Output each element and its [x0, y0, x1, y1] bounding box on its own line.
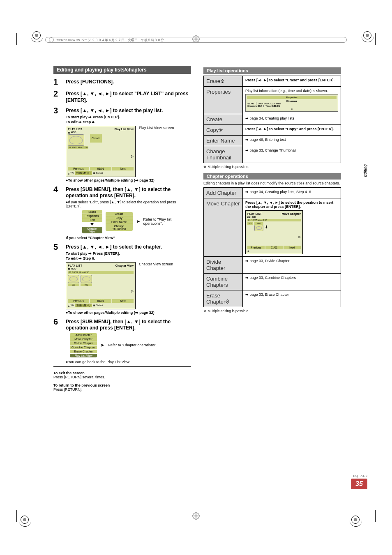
play-label: Play: [70, 171, 74, 174]
step-sub: To edit ➡ Step 4.: [66, 120, 191, 124]
hdd-label: 🖴 HDD: [68, 131, 76, 134]
step-sub: To edit ➡ Step 6.: [66, 256, 191, 260]
op-name: Copy※: [204, 125, 243, 136]
bullet-note: ●To show other pages/Multiple editing (➡…: [66, 178, 191, 182]
page-number: 35: [351, 479, 367, 489]
item-caption: 01 10/27 Mon 0:30: [247, 219, 301, 221]
select-label: Select: [96, 172, 103, 174]
step-6: 6 Press [SUB MENU], then [▲, ▼] to selec…: [53, 317, 191, 364]
hdd-label: 🖴 HDD: [247, 216, 256, 218]
menu-item: Erase: [82, 210, 102, 214]
op-name: Create: [204, 114, 243, 125]
step-note: ●You can go back to the Play List View.: [66, 360, 191, 364]
op-desc: ➡ page 33, Erase Chapter: [243, 290, 341, 307]
registration-mark: [21, 516, 29, 524]
footnote: ※ Multiple editing is possible.: [203, 165, 341, 169]
submenu-btn: SUB MENU: [75, 304, 92, 307]
screen-title: PLAY LIST: [247, 212, 262, 215]
menu-item: Divide Chapter: [70, 341, 97, 345]
thumbnail: [254, 225, 263, 231]
table-row: Divide Chapter ➡ page 33, Divide Chapter: [204, 257, 341, 274]
chapter-submenu: Add Chapter Move Chapter Divide Chapter …: [70, 333, 97, 357]
screen-mode: Move Chapter: [282, 212, 301, 218]
op-desc: ➡ page 33, Change Thumbnail: [243, 146, 341, 163]
footnote: ※ Multiple editing is possible.: [203, 309, 341, 313]
scroll-arrow-icon: ▷: [131, 289, 134, 293]
side-tab: Editing: [363, 164, 367, 177]
step-title: Press [FUNCTIONS].: [66, 79, 191, 85]
step-number: 6: [53, 317, 62, 364]
playlist-ops-table: Erase※ Press [◄, ►] to select "Erase" an…: [203, 76, 341, 163]
field-label: Chapters: [247, 105, 257, 107]
prev-btn: Previous: [247, 246, 265, 249]
reference-text: Refer to "Chapter operations".: [108, 343, 157, 347]
next-btn: Next: [284, 246, 301, 249]
next-btn: Next: [112, 167, 134, 170]
step-3: 3 Press [▲, ▼, ◄, ►] to select the play …: [53, 106, 191, 182]
op-desc: Play list information (e.g., time and da…: [245, 89, 328, 93]
op-name: Enter Name: [204, 136, 243, 146]
exit-text: Press [RETURN] several times.: [53, 375, 105, 379]
menu-item: Play List View: [70, 354, 97, 357]
chapter-intro: Editing chapters in a play list does not…: [203, 181, 341, 185]
section-title: Editing and playing play lists/chapters: [53, 66, 191, 74]
screen-label: Play List View screen: [139, 126, 174, 130]
op-desc: ➡ page 34, Creating play lists, Step 4–6: [243, 188, 341, 198]
arrow-down-icon: [90, 223, 94, 226]
exit-heading: To exit the screen: [53, 371, 85, 375]
thumbnail: [68, 275, 79, 283]
step-2: 2 Press [▲, ▼, ◄, ►] to select "PLAY LIS…: [53, 89, 191, 104]
menu-item: Add Chapter: [70, 333, 97, 337]
arrow-right-icon: ➤: [136, 219, 140, 224]
step-sub: To start play ➡ Press [ENTER].: [66, 251, 191, 256]
return-heading: To return to the previous screen: [53, 383, 110, 387]
scroll-arrow-icon: ▷: [298, 235, 301, 239]
step-number: 5: [53, 242, 62, 315]
menu-item: Enter Name: [106, 220, 133, 224]
registration-mark: [351, 516, 360, 524]
table-row: Combine Chapters ➡ page 33, Combine Chap…: [204, 274, 341, 290]
step-number: 4: [53, 185, 62, 240]
thumbnail: [68, 134, 84, 146]
table-row: Erase Chapter※ ➡ page 33, Erase Chapter: [204, 290, 341, 307]
step-title: Press [▲, ▼, ◄, ►] to select the play li…: [66, 108, 191, 114]
table-row: Add Chapter ➡ page 34, Creating play lis…: [204, 188, 341, 198]
page-indicator: 01/01: [90, 167, 111, 170]
step-sub: To start play ➡ Press [ENTER].: [66, 115, 191, 119]
panel-title: Properties: [247, 96, 337, 99]
menu-item: Move Chapter: [70, 337, 97, 341]
scroll-arrow-icon: ▷: [131, 154, 134, 158]
return-text: Press [RETURN].: [53, 387, 83, 391]
menu-item: Properties: [82, 214, 102, 218]
step-note: ●If you select "Edit", press [▲, ▼] to s…: [66, 200, 191, 208]
op-name: Add Chapter: [204, 188, 243, 198]
screen-title: PLAY LIST: [68, 264, 82, 267]
table-row: Copy※ Press [◄, ►] to select "Copy" and …: [204, 125, 341, 136]
step-1: 1 Press [FUNCTIONS].: [53, 77, 191, 87]
registration-mark: [363, 31, 371, 39]
step-number: 2: [53, 89, 62, 104]
exit-instructions: To exit the screen Press [RETURN] severa…: [53, 371, 191, 379]
op-desc: ➡ page 34, Creating play lists: [243, 114, 341, 125]
op-desc: ➡ page 33, Combine Chapters: [243, 274, 341, 290]
print-header: 7392en.book 35 ページ ２００４年４月２７日 火曜日 午後５時３０…: [45, 37, 347, 43]
menu-item: Erase Chapter: [70, 350, 97, 353]
menu-item: Chapter View: [82, 227, 102, 233]
op-desc: Press [▲, ▼, ◄, ►] to select the positio…: [245, 200, 333, 209]
step-title: Press [▲, ▼, ◄, ►] to select "PLAY LIST"…: [66, 91, 191, 104]
step-title: Press [SUB MENU], then [▲, ▼] to select …: [66, 319, 191, 332]
arrow-right-icon: ➤: [100, 342, 104, 348]
next-btn: Next: [112, 299, 134, 303]
op-name: Change Thumbnail: [204, 146, 243, 163]
chapter-ops-title: Chapter operations: [203, 173, 341, 180]
submenu-btn: SUB MENU: [75, 171, 92, 175]
page-indicator: 01/01: [90, 299, 111, 303]
page-indicator: 01/01: [265, 246, 283, 249]
play-label: Play: [70, 304, 74, 306]
crop-mark: [16, 33, 29, 45]
playlist-ops-title: Play list operations: [203, 67, 341, 74]
if-chapter-view: If you select "Chapter View": [66, 236, 191, 240]
step-number: 3: [53, 106, 62, 182]
properties-panel: Properties Dinosaur No. 01 Date 9/29/200…: [245, 94, 338, 112]
move-chapter-screen: PLAY LIST🖴 HDD Move Chapter 01 10/27 Mon…: [245, 210, 303, 254]
